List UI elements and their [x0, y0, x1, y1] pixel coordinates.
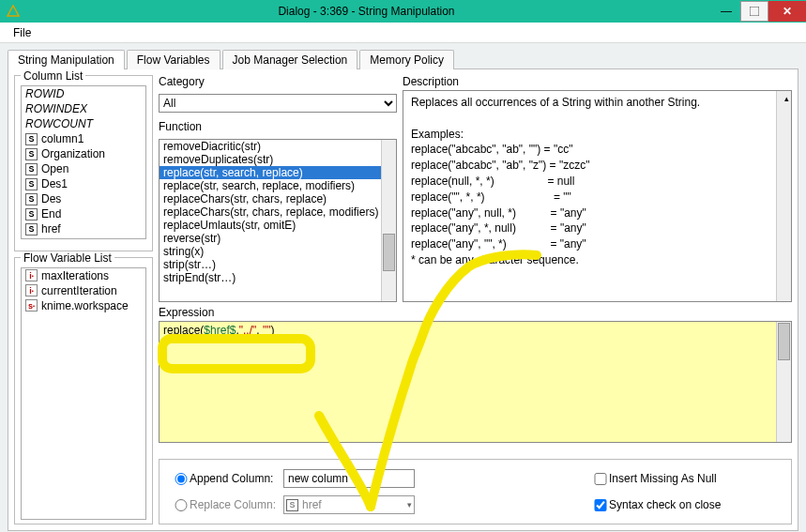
string-type-icon: S — [25, 178, 38, 190]
insert-missing-label: Insert Missing As Null — [609, 472, 778, 485]
example-line: replace("abcabc", "ab", "") = "cc" — [411, 142, 783, 158]
string-type-icon: S — [25, 163, 38, 175]
output-options: Append Column: Insert Missing As Null Re… — [159, 459, 792, 524]
menu-file[interactable]: File — [6, 24, 38, 41]
list-item: removeDuplicates(str) — [160, 153, 396, 166]
list-item: ROWINDEX — [22, 101, 145, 116]
column-list-group: Column List ROWID ROWINDEX ROWCOUNT Scol… — [14, 75, 153, 251]
app-icon — [6, 4, 21, 19]
list-item: replaceChars(str, chars, replace, modifi… — [160, 205, 396, 219]
window-title: Dialog - 3:369 - String Manipulation — [21, 5, 712, 18]
description-box: Replaces all occurrences of a String wit… — [403, 90, 792, 302]
flow-variable-list-title: Flow Variable List — [21, 251, 114, 265]
append-column-input[interactable] — [283, 469, 415, 488]
list-item: SDes1 — [22, 176, 145, 191]
tab-flow-variables[interactable]: Flow Variables — [127, 50, 221, 69]
example-line: replace("abcabc", "ab", "z") = "zczc" — [411, 158, 783, 174]
int-var-icon: i• — [25, 269, 38, 281]
chevron-down-icon: ▾ — [407, 500, 412, 509]
list-item: stripEnd(str…) — [160, 271, 396, 284]
string-type-icon: S — [25, 223, 38, 236]
list-item: removeDiacritic(str) — [160, 140, 396, 153]
titlebar: Dialog - 3:369 - String Manipulation — ✕ — [0, 0, 806, 23]
window-buttons: — ✕ — [712, 1, 806, 22]
scrollbar[interactable]: ▴ — [776, 91, 791, 301]
list-item: Shref — [22, 221, 145, 236]
example-line: replace("any", null, *) = "any" — [411, 205, 783, 221]
flow-variable-list[interactable]: i•maxIterations i•currentIteration s•kni… — [21, 267, 146, 520]
list-item: SEnd — [22, 206, 145, 221]
list-item: replace(str, search, replace) — [160, 166, 396, 179]
list-item: Scolumn1 — [22, 131, 145, 146]
example-line: replace("", *, *) = "" — [411, 190, 783, 205]
scrollbar[interactable] — [776, 322, 791, 442]
append-column-radio[interactable] — [173, 473, 190, 485]
list-item: i•currentIteration — [22, 283, 145, 298]
tab-string-manipulation[interactable]: String Manipulation — [8, 50, 125, 69]
list-item: strip(str…) — [160, 258, 396, 271]
description-label: Description — [403, 75, 792, 88]
string-type-icon: S — [25, 193, 38, 205]
append-column-label: Append Column: — [190, 472, 283, 485]
svg-rect-0 — [750, 7, 759, 16]
menubar: File — [0, 23, 806, 43]
replace-column-label: Replace Column: — [190, 498, 283, 511]
replace-column-combo[interactable]: S href ▾ — [283, 495, 415, 514]
scrollbar[interactable] — [381, 140, 396, 301]
scrollbar-thumb[interactable] — [778, 323, 790, 360]
column-list[interactable]: ROWID ROWINDEX ROWCOUNT Scolumn1 SOrgani… — [21, 85, 146, 239]
string-type-icon: S — [286, 499, 298, 511]
list-item: SDes — [22, 191, 145, 206]
maximize-button[interactable] — [740, 1, 768, 22]
minimize-button[interactable]: — — [712, 1, 740, 22]
expression-editor[interactable]: replace($href$,"../", "") — [159, 321, 792, 443]
category-select[interactable]: All — [159, 94, 397, 113]
list-item: ROWCOUNT — [22, 116, 145, 131]
int-var-icon: i• — [25, 284, 38, 296]
scrollbar-thumb[interactable] — [383, 234, 395, 271]
insert-missing-checkbox[interactable] — [592, 473, 609, 485]
list-item: ROWID — [22, 86, 145, 101]
string-var-icon: s• — [25, 299, 38, 312]
example-line: replace("any", *, null) = "any" — [411, 220, 783, 236]
expression-label: Expression — [159, 306, 792, 319]
string-type-icon: S — [25, 133, 38, 145]
examples-label: Examples: — [411, 127, 783, 143]
list-item: replaceChars(str, chars, replace) — [160, 192, 396, 205]
list-item: s•knime.workspace — [22, 298, 145, 313]
description-note: * can be any character sequence. — [411, 252, 783, 268]
example-line: replace(null, *, *) = null — [411, 174, 783, 190]
list-item: reverse(str) — [160, 232, 396, 245]
tab-job-manager[interactable]: Job Manager Selection — [222, 50, 358, 69]
tab-panel: Column List ROWID ROWINDEX ROWCOUNT Scol… — [8, 69, 798, 531]
syntax-check-checkbox[interactable] — [592, 499, 609, 511]
scroll-up-icon[interactable]: ▴ — [784, 93, 789, 105]
category-label: Category — [159, 75, 397, 88]
syntax-check-label: Syntax check on close — [609, 498, 778, 511]
list-item: replace(str, search, replace, modifiers) — [160, 179, 396, 192]
replace-column-radio[interactable] — [173, 499, 190, 511]
list-item: SOpen — [22, 161, 145, 176]
function-label: Function — [159, 120, 397, 133]
close-button[interactable]: ✕ — [768, 1, 806, 22]
tabs: String Manipulation Flow Variables Job M… — [8, 49, 798, 69]
description-summary: Replaces all occurrences of a String wit… — [411, 95, 783, 111]
function-list[interactable]: removeDiacritic(str) removeDuplicates(st… — [159, 139, 397, 302]
column-list-title: Column List — [21, 69, 85, 83]
list-item: SOrganization — [22, 146, 145, 161]
tab-memory-policy[interactable]: Memory Policy — [359, 50, 454, 69]
list-item: i•maxIterations — [22, 268, 145, 283]
string-type-icon: S — [25, 148, 38, 160]
flow-variable-list-group: Flow Variable List i•maxIterations i•cur… — [14, 257, 153, 524]
string-type-icon: S — [25, 208, 38, 220]
example-line: replace("any", "", *) = "any" — [411, 236, 783, 252]
list-item: replaceUmlauts(str, omitE) — [160, 219, 396, 232]
list-item: string(x) — [160, 245, 396, 258]
